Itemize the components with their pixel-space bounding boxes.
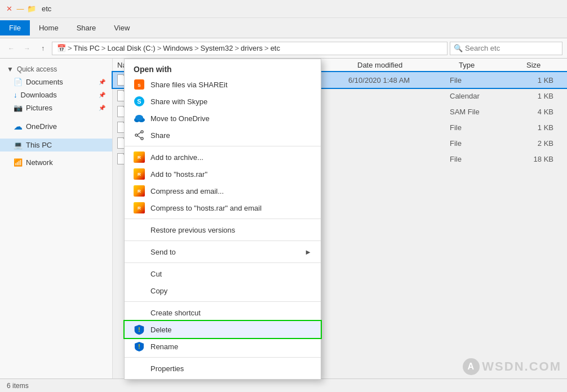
menu-item-sendto[interactable]: Send to ► [125,243,321,260]
rar-icon-2: R [134,168,145,180]
sidebar-item-documents[interactable]: 📄 Documents 📌 [0,75,112,88]
svg-point-4 [135,115,143,121]
quick-access-label: ▼ Quick access [0,63,112,75]
file-type-hosts: File [450,76,517,84]
file-size-hosts2: 1 KB [517,92,562,100]
path-localdisk: Local Disk (C:) [107,44,155,52]
status-bar: 6 items [0,378,567,392]
onedrive-icon: ☁ [14,121,23,132]
menu-item-copy[interactable]: Copy [125,282,321,299]
share-icon [134,130,145,141]
sep-1 [125,146,321,146]
path-sep3: > [157,44,162,52]
folder-icon: 📁 [27,5,36,14]
sidebar-item-pictures[interactable]: 📷 Pictures 📌 [0,101,112,114]
path-system32: System32 [201,44,233,52]
file-date-hosts: 6/10/2020 1:48 AM [348,76,450,84]
svg-point-5 [141,131,143,133]
forward-button[interactable]: → [20,42,34,55]
pin-icon-3: 📌 [99,105,105,111]
address-bar: ← → ↑ 📅 > This PC > Local Disk (C:) > Wi… [0,38,567,59]
menu-item-shareit[interactable]: S Share files via SHAREit [125,76,321,93]
file-type-hosts2: Calendar [450,92,517,100]
pin-icon-2: 📌 [99,92,105,98]
svg-text:!: ! [138,327,140,333]
watermark-logo: A [463,358,480,375]
back-button[interactable]: ← [5,42,18,55]
onedrive-icon [134,113,145,124]
pin-icon: 📌 [99,79,105,85]
title-bar: ✕ — 📁 etc [0,0,567,18]
file-type-networks: File [450,123,517,132]
menu-item-compress-rar-email[interactable]: R Compress to "hosts.rar" and email [125,199,321,216]
file-size-lmhosts: 4 KB [517,108,562,116]
copy-icon [134,285,145,296]
path-thispc: 📅 [57,44,66,52]
menu-item-add-rar[interactable]: R Add to "hosts.rar" [125,166,321,182]
chevron-down-icon: ▼ [7,65,14,73]
path-sep6: > [264,44,269,52]
file-size-protocol: 2 KB [517,139,562,148]
separator-1 [0,114,112,119]
rar-icon-3: R [134,185,145,197]
menu-item-skype[interactable]: S Share with Skype [125,93,321,110]
svg-point-6 [141,137,143,140]
menu-item-rename[interactable]: ! Rename [125,338,321,355]
menu-item-create-shortcut[interactable]: Create shortcut [125,304,321,321]
downloads-icon: ↓ [14,91,17,99]
menu-item-compress-email[interactable]: R Compress and email... [125,182,321,199]
cut-icon [134,268,145,279]
rename-shield-icon: ! [134,341,145,352]
svg-line-9 [138,136,141,138]
sidebar-item-downloads[interactable]: ↓ Downloads 📌 [0,88,112,101]
col-header-type[interactable]: Type [454,59,522,72]
menu-item-cut[interactable]: Cut [125,265,321,282]
rar-icon-4: R [134,202,145,213]
file-size-networks: 1 KB [517,123,562,132]
col-header-date[interactable]: Date modified [353,59,454,72]
up-button[interactable]: ↑ [36,42,50,55]
skype-icon: S [134,96,145,107]
menu-item-delete[interactable]: ! Delete [125,321,321,338]
file-type-lmhosts: SAM File [450,108,517,116]
tab-file[interactable]: File [0,20,30,35]
window-controls: ✕ — 📁 [5,5,36,14]
sidebar-item-network[interactable]: 📶 Network [0,156,112,169]
menu-item-share[interactable]: Share [125,127,321,144]
sidebar-item-thispc[interactable]: 💻 This PC [0,139,112,152]
search-input[interactable] [465,44,559,52]
sendto-icon [134,246,145,257]
path-etc: etc [271,44,280,52]
restore-icon [134,224,145,235]
address-path[interactable]: 📅 > This PC > Local Disk (C:) > Windows … [52,42,448,55]
window-title: etc [42,5,51,13]
file-type-protocol: File [450,139,517,148]
path-sep4: > [194,44,199,52]
search-box[interactable]: 🔍 [450,42,562,55]
search-icon: 🔍 [454,44,463,52]
sendto-arrow: ► [304,248,312,256]
status-text: 6 items [7,382,29,390]
minimize-icon[interactable]: — [16,5,25,14]
path-sep5: > [234,44,239,52]
tab-home[interactable]: Home [30,20,68,35]
separator-2 [0,134,112,139]
shareit-icon: S [134,79,145,90]
col-header-size[interactable]: Size [522,59,567,72]
svg-text:!: ! [138,344,140,350]
path-windows: Windows [163,44,193,52]
tab-view[interactable]: View [105,20,139,35]
sidebar-item-onedrive[interactable]: ☁ OneDrive [0,119,112,134]
pictures-icon: 📷 [14,104,23,112]
content-area: ▼ Quick access 📄 Documents 📌 ↓ Downloads… [0,59,567,392]
menu-item-add-archive[interactable]: R Add to archive... [125,149,321,166]
menu-item-restore[interactable]: Restore previous versions [125,221,321,238]
path-thispc-label: This PC [74,44,100,52]
tab-share[interactable]: Share [68,20,105,35]
menu-item-onedrive[interactable]: Move to OneDrive [125,110,321,127]
ribbon: File Home Share View [0,18,567,38]
sep-2 [125,219,321,219]
close-icon[interactable]: ✕ [5,5,14,14]
menu-item-properties[interactable]: Properties [125,360,321,377]
separator-3 [0,152,112,156]
